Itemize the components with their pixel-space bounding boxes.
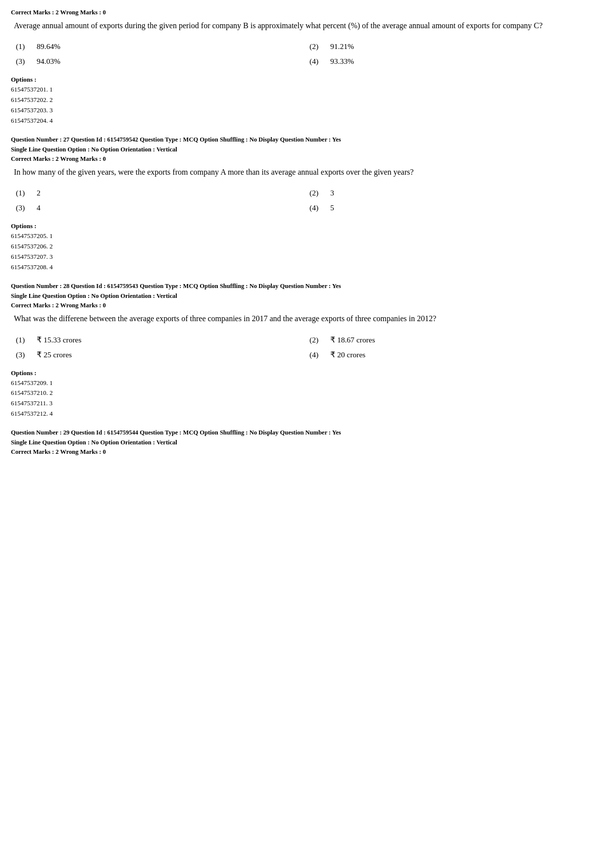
option-num-28-4: (4): [309, 350, 330, 359]
option-row-28-4: (4) ₹ 20 crores: [309, 347, 603, 362]
question-26-block: Correct Marks : 2 Wrong Marks : 0 Averag…: [11, 9, 603, 126]
option-row-28-3: (3) ₹ 25 crores: [16, 347, 309, 362]
option-row-26-2: (2) 91.21%: [309, 39, 603, 54]
option-val-28-1: ₹ 15.33 crores: [37, 336, 82, 344]
question-28-block: Question Number : 28 Question Id : 61547…: [11, 282, 603, 419]
option-num-27-1: (1): [16, 189, 37, 197]
option-val-28-4: ₹ 20 crores: [330, 350, 365, 359]
option-id-27-4: 61547537208. 4: [11, 262, 603, 273]
option-row-27-4: (4) 5: [309, 200, 603, 215]
question-text-26: Average annual amount of exports during …: [11, 19, 603, 32]
option-val-28-2: ₹ 18.67 crores: [330, 336, 375, 344]
option-id-28-2: 61547537210. 2: [11, 388, 603, 398]
option-id-28-3: 61547537211. 3: [11, 398, 603, 409]
option-num-28-3: (3): [16, 350, 37, 359]
option-id-27-2: 61547537206. 2: [11, 241, 603, 252]
option-id-26-2: 61547537202. 2: [11, 95, 603, 105]
question-text-28: What was the differene between the avera…: [11, 312, 603, 325]
options-grid-27: (1) 2 (2) 3 (3) 4 (4) 5: [11, 186, 603, 215]
question-text-27: In how many of the given years, were the…: [11, 166, 603, 179]
option-num-28-2: (2): [309, 336, 330, 344]
option-row-28-2: (2) ₹ 18.67 crores: [309, 333, 603, 347]
marks-line-28: Correct Marks : 2 Wrong Marks : 0: [11, 302, 603, 309]
option-row-26-4: (4) 93.33%: [309, 54, 603, 69]
question-29-block: Question Number : 29 Question Id : 61547…: [11, 428, 603, 456]
options-grid-26: (1) 89.64% (2) 91.21% (3) 94.03% (4) 93.…: [11, 39, 603, 69]
option-val-27-3: 4: [37, 203, 41, 212]
option-row-27-3: (3) 4: [16, 200, 309, 215]
option-row-28-1: (1) ₹ 15.33 crores: [16, 333, 309, 347]
meta-line-27-1: Question Number : 27 Question Id : 61547…: [11, 135, 603, 145]
option-num-26-1: (1): [16, 42, 37, 51]
option-val-27-1: 2: [37, 189, 41, 197]
option-num-27-2: (2): [309, 189, 330, 197]
marks-line-29: Correct Marks : 2 Wrong Marks : 0: [11, 448, 603, 456]
options-label-26: Options : 61547537201. 1 61547537202. 2 …: [11, 76, 603, 126]
marks-line-26: Correct Marks : 2 Wrong Marks : 0: [11, 9, 603, 16]
option-val-26-3: 94.03%: [37, 57, 60, 66]
option-num-28-1: (1): [16, 336, 37, 344]
options-grid-28: (1) ₹ 15.33 crores (2) ₹ 18.67 crores (3…: [11, 333, 603, 362]
option-id-27-1: 61547537205. 1: [11, 231, 603, 241]
option-id-26-1: 61547537201. 1: [11, 85, 603, 95]
option-val-28-3: ₹ 25 crores: [37, 350, 72, 359]
meta-line-27-2: Single Line Question Option : No Option …: [11, 145, 603, 154]
option-num-26-3: (3): [16, 57, 37, 66]
question-27-block: Question Number : 27 Question Id : 61547…: [11, 135, 603, 273]
option-num-27-3: (3): [16, 203, 37, 212]
meta-line-29-2: Single Line Question Option : No Option …: [11, 438, 603, 447]
option-num-27-4: (4): [309, 203, 330, 212]
option-val-26-2: 91.21%: [330, 42, 354, 51]
option-row-27-1: (1) 2: [16, 186, 309, 200]
option-val-27-4: 5: [330, 203, 334, 212]
option-id-27-3: 61547537207. 3: [11, 252, 603, 262]
option-row-26-3: (3) 94.03%: [16, 54, 309, 69]
option-num-26-2: (2): [309, 42, 330, 51]
option-val-27-2: 3: [330, 189, 334, 197]
meta-line-28-2: Single Line Question Option : No Option …: [11, 291, 603, 301]
option-id-26-4: 61547537204. 4: [11, 116, 603, 126]
option-row-27-2: (2) 3: [309, 186, 603, 200]
option-id-28-4: 61547537212. 4: [11, 409, 603, 419]
option-val-26-1: 89.64%: [37, 42, 60, 51]
option-val-26-4: 93.33%: [330, 57, 354, 66]
marks-line-27: Correct Marks : 2 Wrong Marks : 0: [11, 155, 603, 163]
meta-line-29-1: Question Number : 29 Question Id : 61547…: [11, 428, 603, 437]
option-row-26-1: (1) 89.64%: [16, 39, 309, 54]
options-section-27: Options : 61547537205. 1 61547537206. 2 …: [11, 222, 603, 272]
options-section-28: Options : 61547537209. 1 61547537210. 2 …: [11, 369, 603, 419]
option-id-28-1: 61547537209. 1: [11, 378, 603, 388]
option-num-26-4: (4): [309, 57, 330, 66]
option-id-26-3: 61547537203. 3: [11, 105, 603, 116]
meta-line-28-1: Question Number : 28 Question Id : 61547…: [11, 282, 603, 291]
